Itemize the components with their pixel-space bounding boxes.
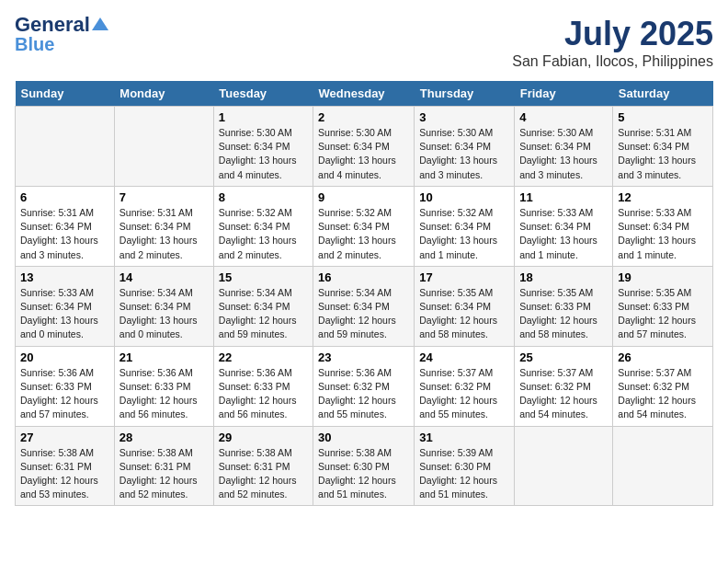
day-info: Sunrise: 5:34 AM Sunset: 6:34 PM Dayligh… [219, 286, 308, 342]
day-number: 18 [519, 270, 608, 284]
calendar-cell: 15Sunrise: 5:34 AM Sunset: 6:34 PM Dayli… [213, 266, 313, 346]
day-info: Sunrise: 5:33 AM Sunset: 6:34 PM Dayligh… [519, 206, 608, 262]
day-number: 4 [519, 110, 608, 124]
day-info: Sunrise: 5:35 AM Sunset: 6:34 PM Dayligh… [419, 286, 509, 342]
day-number: 16 [318, 270, 409, 284]
calendar-cell: 3Sunrise: 5:30 AM Sunset: 6:34 PM Daylig… [415, 107, 515, 187]
calendar-cell: 10Sunrise: 5:32 AM Sunset: 6:34 PM Dayli… [415, 186, 515, 266]
weekday-header-row: SundayMondayTuesdayWednesdayThursdayFrid… [16, 81, 713, 107]
day-number: 1 [219, 110, 308, 124]
weekday-header-sunday: Sunday [16, 81, 115, 107]
day-info: Sunrise: 5:37 AM Sunset: 6:32 PM Dayligh… [419, 366, 509, 422]
day-info: Sunrise: 5:39 AM Sunset: 6:30 PM Dayligh… [419, 446, 509, 502]
page-header: General Blue July 2025 San Fabian, Iloco… [15, 15, 713, 70]
day-number: 3 [419, 110, 509, 124]
weekday-header-saturday: Saturday [613, 81, 713, 107]
calendar-cell: 9Sunrise: 5:32 AM Sunset: 6:34 PM Daylig… [313, 186, 415, 266]
calendar-cell: 25Sunrise: 5:37 AM Sunset: 6:32 PM Dayli… [515, 346, 613, 426]
calendar-cell: 24Sunrise: 5:37 AM Sunset: 6:32 PM Dayli… [415, 346, 515, 426]
day-number: 12 [618, 190, 708, 204]
calendar-cell: 28Sunrise: 5:38 AM Sunset: 6:31 PM Dayli… [114, 426, 213, 506]
day-info: Sunrise: 5:31 AM Sunset: 6:34 PM Dayligh… [20, 206, 109, 262]
calendar-cell: 18Sunrise: 5:35 AM Sunset: 6:33 PM Dayli… [515, 266, 613, 346]
calendar-cell: 2Sunrise: 5:30 AM Sunset: 6:34 PM Daylig… [313, 107, 415, 187]
day-number: 11 [519, 190, 608, 204]
calendar-cell: 20Sunrise: 5:36 AM Sunset: 6:33 PM Dayli… [16, 346, 115, 426]
logo: General Blue [15, 15, 108, 53]
day-number: 31 [419, 431, 509, 444]
day-number: 26 [618, 350, 708, 364]
weekday-header-wednesday: Wednesday [313, 81, 415, 107]
day-number: 2 [318, 110, 409, 124]
day-number: 10 [419, 190, 509, 204]
day-info: Sunrise: 5:36 AM Sunset: 6:33 PM Dayligh… [219, 366, 308, 422]
calendar-cell [613, 426, 713, 506]
calendar-cell: 31Sunrise: 5:39 AM Sunset: 6:30 PM Dayli… [415, 426, 515, 506]
day-info: Sunrise: 5:36 AM Sunset: 6:33 PM Dayligh… [20, 366, 109, 422]
calendar-cell: 6Sunrise: 5:31 AM Sunset: 6:34 PM Daylig… [16, 186, 115, 266]
day-number: 28 [119, 431, 209, 444]
day-info: Sunrise: 5:38 AM Sunset: 6:31 PM Dayligh… [20, 446, 109, 502]
calendar-cell: 8Sunrise: 5:32 AM Sunset: 6:34 PM Daylig… [213, 186, 313, 266]
day-number: 6 [20, 190, 109, 204]
day-info: Sunrise: 5:31 AM Sunset: 6:34 PM Dayligh… [618, 126, 708, 182]
svg-marker-0 [92, 17, 108, 30]
day-number: 23 [318, 350, 409, 364]
calendar-cell: 7Sunrise: 5:31 AM Sunset: 6:34 PM Daylig… [114, 186, 213, 266]
day-number: 8 [219, 190, 308, 204]
logo-icon [92, 16, 108, 32]
day-info: Sunrise: 5:37 AM Sunset: 6:32 PM Dayligh… [618, 366, 708, 422]
calendar-cell: 23Sunrise: 5:36 AM Sunset: 6:32 PM Dayli… [313, 346, 415, 426]
calendar-cell [114, 107, 213, 187]
day-info: Sunrise: 5:33 AM Sunset: 6:34 PM Dayligh… [20, 286, 109, 342]
calendar-cell: 4Sunrise: 5:30 AM Sunset: 6:34 PM Daylig… [515, 107, 613, 187]
day-info: Sunrise: 5:30 AM Sunset: 6:34 PM Dayligh… [219, 126, 308, 182]
calendar-cell: 29Sunrise: 5:38 AM Sunset: 6:31 PM Dayli… [213, 426, 313, 506]
calendar-cell: 19Sunrise: 5:35 AM Sunset: 6:33 PM Dayli… [613, 266, 713, 346]
day-number: 5 [618, 110, 708, 124]
calendar-cell: 1Sunrise: 5:30 AM Sunset: 6:34 PM Daylig… [213, 107, 313, 187]
calendar-cell: 17Sunrise: 5:35 AM Sunset: 6:34 PM Dayli… [415, 266, 515, 346]
day-info: Sunrise: 5:34 AM Sunset: 6:34 PM Dayligh… [119, 286, 209, 342]
title-block: July 2025 San Fabian, Ilocos, Philippine… [512, 15, 713, 70]
day-number: 13 [20, 270, 109, 284]
calendar-cell: 21Sunrise: 5:36 AM Sunset: 6:33 PM Dayli… [114, 346, 213, 426]
day-info: Sunrise: 5:36 AM Sunset: 6:33 PM Dayligh… [119, 366, 209, 422]
day-info: Sunrise: 5:35 AM Sunset: 6:33 PM Dayligh… [519, 286, 608, 342]
day-number: 14 [119, 270, 209, 284]
calendar-cell: 22Sunrise: 5:36 AM Sunset: 6:33 PM Dayli… [213, 346, 313, 426]
day-number: 22 [219, 350, 308, 364]
day-info: Sunrise: 5:37 AM Sunset: 6:32 PM Dayligh… [519, 366, 608, 422]
day-number: 17 [419, 270, 509, 284]
calendar-cell: 13Sunrise: 5:33 AM Sunset: 6:34 PM Dayli… [16, 266, 115, 346]
weekday-header-monday: Monday [114, 81, 213, 107]
day-number: 15 [219, 270, 308, 284]
week-row-3: 13Sunrise: 5:33 AM Sunset: 6:34 PM Dayli… [16, 266, 713, 346]
day-info: Sunrise: 5:35 AM Sunset: 6:33 PM Dayligh… [618, 286, 708, 342]
day-number: 27 [20, 431, 109, 444]
week-row-5: 27Sunrise: 5:38 AM Sunset: 6:31 PM Dayli… [16, 426, 713, 506]
day-info: Sunrise: 5:30 AM Sunset: 6:34 PM Dayligh… [519, 126, 608, 182]
calendar-cell: 27Sunrise: 5:38 AM Sunset: 6:31 PM Dayli… [16, 426, 115, 506]
day-number: 19 [618, 270, 708, 284]
week-row-1: 1Sunrise: 5:30 AM Sunset: 6:34 PM Daylig… [16, 107, 713, 187]
logo-general: General [15, 15, 90, 35]
calendar-cell [515, 426, 613, 506]
day-info: Sunrise: 5:31 AM Sunset: 6:34 PM Dayligh… [119, 206, 209, 262]
calendar-cell: 12Sunrise: 5:33 AM Sunset: 6:34 PM Dayli… [613, 186, 713, 266]
weekday-header-friday: Friday [515, 81, 613, 107]
day-number: 7 [119, 190, 209, 204]
day-number: 20 [20, 350, 109, 364]
logo-blue: Blue [15, 35, 54, 53]
week-row-2: 6Sunrise: 5:31 AM Sunset: 6:34 PM Daylig… [16, 186, 713, 266]
day-info: Sunrise: 5:30 AM Sunset: 6:34 PM Dayligh… [419, 126, 509, 182]
day-number: 21 [119, 350, 209, 364]
day-number: 25 [519, 350, 608, 364]
day-number: 29 [219, 431, 308, 444]
week-row-4: 20Sunrise: 5:36 AM Sunset: 6:33 PM Dayli… [16, 346, 713, 426]
day-number: 24 [419, 350, 509, 364]
calendar-cell: 11Sunrise: 5:33 AM Sunset: 6:34 PM Dayli… [515, 186, 613, 266]
day-info: Sunrise: 5:32 AM Sunset: 6:34 PM Dayligh… [419, 206, 509, 262]
month-year: July 2025 [512, 15, 713, 53]
day-info: Sunrise: 5:38 AM Sunset: 6:31 PM Dayligh… [219, 446, 308, 502]
